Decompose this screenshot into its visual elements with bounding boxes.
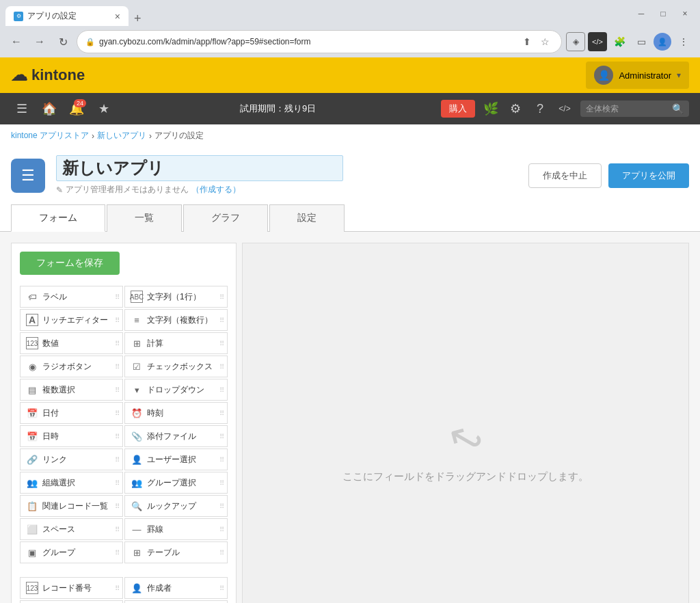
drag-handle: ⠿ <box>219 502 224 510</box>
url-bar[interactable]: 🔒 gyan.cybozu.com/k/admin/app/flow?app=5… <box>77 30 562 53</box>
field-datetime[interactable]: 📅 日時 ⠿ <box>20 425 123 447</box>
dev-icon[interactable]: </> <box>554 98 575 119</box>
field-creator[interactable]: 👤 作成者 ⠿ <box>124 577 228 599</box>
tab-graph[interactable]: グラフ <box>183 204 268 232</box>
creator-icon: 👤 <box>131 582 143 594</box>
field-radio[interactable]: ◉ ラジオボタン ⠿ <box>20 356 123 377</box>
field-link[interactable]: 🔗 リンク ⠿ <box>20 448 123 470</box>
field-space[interactable]: ⬜ スペース ⠿ <box>20 518 123 540</box>
time-icon: ⏰ <box>131 407 143 419</box>
home-button[interactable]: 🏠 <box>38 98 60 120</box>
hamburger-menu-button[interactable]: ☰ <box>11 98 33 120</box>
share-icon[interactable]: ⬆ <box>519 34 535 50</box>
drag-handle: ⠿ <box>219 526 224 533</box>
field-rich[interactable]: A リッチエディター ⠿ <box>20 309 123 331</box>
tab-favicon: ⚙ <box>14 12 23 21</box>
tab-list[interactable]: 一覧 <box>107 204 182 232</box>
field-grpsel[interactable]: 👥 グループ選択 ⠿ <box>124 472 228 494</box>
app-name-input[interactable] <box>56 155 343 181</box>
tab-settings[interactable]: 設定 <box>269 204 345 232</box>
drag-handle: ⠿ <box>115 363 120 371</box>
field-dropdown[interactable]: ▾ ドロップダウン ⠿ <box>124 379 228 401</box>
field-text1[interactable]: ABC 文字列（1行） ⠿ <box>124 286 228 308</box>
search-input[interactable] <box>586 104 668 113</box>
field-text1-text: 文字列（1行） <box>147 291 201 303</box>
field-number[interactable]: 123 数値 ⠿ <box>20 332 123 354</box>
breadcrumb-sep-2: › <box>149 131 152 141</box>
field-attach[interactable]: 📎 添付ファイル ⠿ <box>124 425 228 447</box>
save-form-button[interactable]: フォームを保存 <box>20 252 120 275</box>
field-palette: フォームを保存 🏷 ラベル ⠿ ABC 文字列（1行） ⠿ A リッチエディター <box>11 243 237 603</box>
field-recno[interactable]: 123 レコード番号 ⠿ <box>20 577 123 599</box>
drag-handle: ⠿ <box>115 549 120 557</box>
memo-create-link[interactable]: （作成する） <box>191 184 241 196</box>
field-space-text: スペース <box>42 524 75 535</box>
search-bar[interactable]: 🔍 <box>580 100 689 117</box>
cancel-button[interactable]: 作成を中止 <box>528 163 602 188</box>
field-label[interactable]: 🏷 ラベル ⠿ <box>20 286 123 308</box>
field-checkbox[interactable]: ☑ チェックボックス ⠿ <box>124 356 228 377</box>
field-time[interactable]: ⏰ 時刻 ⠿ <box>124 402 228 424</box>
favorites-button[interactable]: ★ <box>93 98 115 120</box>
extension-icon-2[interactable]: </> <box>588 32 607 51</box>
link-icon: 🔗 <box>26 453 38 466</box>
field-separator <box>20 565 228 576</box>
field-number-text: 数値 <box>42 338 59 349</box>
profile-avatar[interactable]: 👤 <box>654 33 671 51</box>
window-close-button[interactable]: × <box>675 4 695 23</box>
maximize-button[interactable]: □ <box>654 4 673 23</box>
field-org[interactable]: 👥 組織選択 ⠿ <box>20 472 123 494</box>
user-avatar: 👤 <box>594 66 613 85</box>
field-creator-text: 作成者 <box>147 582 172 594</box>
notifications-button[interactable]: 🔔 24 <box>66 98 88 120</box>
memo-edit-icon: ✎ <box>56 185 63 195</box>
field-related[interactable]: 📋 関連レコード一覧 ⠿ <box>20 495 123 517</box>
refresh-button[interactable]: ↻ <box>53 32 72 51</box>
publish-button[interactable]: アプリを公開 <box>608 163 689 188</box>
drag-handle: ⠿ <box>219 585 224 592</box>
buy-button[interactable]: 購入 <box>441 100 475 118</box>
drag-handle: ⠿ <box>219 456 224 464</box>
cast-icon[interactable]: ▭ <box>632 32 651 51</box>
field-grpsel-text: グループ選択 <box>147 477 196 489</box>
settings-icon[interactable]: ⚙ <box>505 98 526 119</box>
trial-notice: 試用期間：残り9日 <box>120 103 435 115</box>
tab-title: アプリの設定 <box>27 10 111 22</box>
minimize-button[interactable]: ─ <box>632 4 651 23</box>
field-date[interactable]: 📅 日付 ⠿ <box>20 402 123 424</box>
tab-close-icon[interactable]: × <box>115 11 120 22</box>
field-group[interactable]: ▣ グループ ⠿ <box>20 541 123 563</box>
field-border-text: 罫線 <box>147 524 163 535</box>
drag-handle: ⠿ <box>219 433 224 440</box>
field-lookup[interactable]: 🔍 ルックアップ ⠿ <box>124 495 228 517</box>
drop-text: ここにフィールドをドラッグアンドドロップします。 <box>342 470 589 483</box>
field-textn[interactable]: ≡ 文字列（複数行） ⠿ <box>124 309 228 331</box>
bookmark-icon[interactable]: ☆ <box>537 34 553 50</box>
drag-handle: ⠿ <box>219 340 224 347</box>
checkbox-icon: ☑ <box>131 360 143 373</box>
field-created[interactable]: 📅 作成日時 ⠿ <box>20 600 123 603</box>
field-multi[interactable]: ▤ 複数選択 ⠿ <box>20 379 123 401</box>
field-calc[interactable]: ⊞ 計算 ⠿ <box>124 332 228 354</box>
field-border[interactable]: — 罫線 ⠿ <box>124 518 228 540</box>
new-tab-button[interactable]: + <box>131 12 144 26</box>
back-button[interactable]: ← <box>7 32 26 51</box>
user-menu[interactable]: 👤 Administrator ▾ <box>586 62 689 89</box>
help-icon[interactable]: ? <box>530 98 550 119</box>
field-modifier[interactable]: 👤 更新者 ⠿ <box>124 600 228 603</box>
breadcrumb-new-app[interactable]: 新しいアプリ <box>97 130 146 142</box>
menu-icon[interactable]: ⋮ <box>674 32 693 51</box>
textn-icon: ≡ <box>131 314 143 326</box>
tab-form[interactable]: フォーム <box>11 204 105 232</box>
portal-icon[interactable]: 🌿 <box>481 98 501 119</box>
extension-icon-1[interactable]: ◈ <box>566 32 585 51</box>
forward-button[interactable]: → <box>30 32 49 51</box>
field-table[interactable]: ⊞ テーブル ⠿ <box>124 541 228 563</box>
extensions-icon[interactable]: 🧩 <box>610 32 629 51</box>
field-user[interactable]: 👤 ユーザー選択 ⠿ <box>124 448 228 470</box>
drag-handle: ⠿ <box>115 479 120 487</box>
search-button[interactable]: 🔍 <box>672 103 684 114</box>
browser-tab[interactable]: ⚙ アプリの設定 × <box>5 6 129 26</box>
field-checkbox-text: チェックボックス <box>147 361 213 373</box>
breadcrumb-store[interactable]: kintone アプリストア <box>11 130 89 142</box>
